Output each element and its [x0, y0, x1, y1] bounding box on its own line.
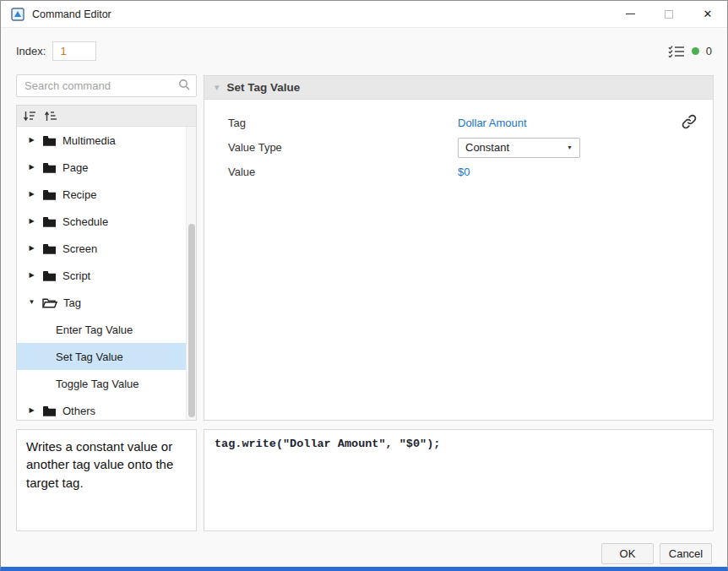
tree-item-label: Set Tag Value — [56, 351, 123, 363]
collapse-all-icon[interactable] — [45, 111, 57, 122]
value-type-field-label: Value Type — [228, 141, 458, 154]
tree-scrollbar-thumb[interactable] — [188, 224, 195, 417]
maximize-button[interactable] — [649, 1, 688, 27]
minimize-button[interactable] — [611, 1, 649, 27]
folder-icon — [42, 216, 57, 227]
detail-body: Tag Dollar Amount Value Type Constant — [204, 100, 713, 184]
caret-right-icon[interactable]: ▶ — [27, 245, 36, 252]
tag-value-link[interactable]: Dollar Amount — [458, 117, 671, 129]
window-title: Command Editor — [32, 8, 111, 20]
value-type-selected: Constant — [465, 141, 509, 154]
close-button[interactable]: ✕ — [688, 1, 727, 27]
index-row: Index: 0 — [16, 38, 712, 63]
value-type-field-row: Value Type Constant ▼ — [204, 135, 713, 160]
tag-field-label: Tag — [228, 117, 458, 129]
tree-toolbar — [17, 106, 196, 127]
command-list-icon[interactable] — [668, 45, 685, 57]
window-controls: ✕ — [611, 1, 727, 27]
script-preview: tag.write("Dollar Amount", "$0"); — [204, 429, 714, 531]
tree-item-label: Page — [62, 161, 88, 174]
tree-item-label: Schedule — [62, 215, 108, 228]
minimize-icon — [626, 14, 635, 14]
ok-button[interactable]: OK — [601, 543, 654, 564]
folder-icon — [42, 135, 57, 146]
search-input[interactable] — [17, 75, 178, 96]
index-label: Index: — [16, 45, 46, 57]
tree-item-set-tag-value[interactable]: Set Tag Value — [17, 343, 186, 370]
folder-icon — [42, 270, 57, 281]
tag-link-cell — [671, 113, 713, 133]
folder-icon — [42, 189, 57, 200]
command-tree: ▶ Multimedia ▶ Page ▶ Recipe — [17, 127, 186, 420]
value-type-dropdown[interactable]: Constant ▼ — [458, 138, 580, 158]
status-group: 0 — [668, 45, 712, 57]
tree-item-label: Screen — [62, 242, 97, 255]
caret-right-icon[interactable]: ▶ — [27, 164, 36, 171]
caret-right-icon[interactable]: ▶ — [27, 272, 36, 279]
dropdown-caret-icon: ▼ — [567, 144, 573, 150]
status-count: 0 — [706, 45, 712, 57]
expand-all-icon[interactable] — [24, 111, 36, 122]
command-tree-panel: ▶ Multimedia ▶ Page ▶ Recipe — [16, 105, 197, 421]
value-field-row: Value $0 — [204, 160, 713, 184]
link-icon[interactable] — [681, 113, 698, 133]
tree-item-label: Multimedia — [62, 134, 116, 147]
caret-right-icon[interactable]: ▶ — [27, 218, 36, 225]
maximize-icon — [665, 10, 673, 19]
tree-item-label: Recipe — [62, 188, 96, 201]
caret-right-icon[interactable]: ▶ — [27, 137, 36, 144]
folder-icon — [42, 162, 57, 173]
command-description: Writes a constant value or another tag v… — [16, 429, 197, 531]
status-green-dot-icon — [692, 47, 699, 55]
search-icon — [178, 79, 190, 93]
folder-icon — [42, 243, 57, 254]
tree-item-screen[interactable]: ▶ Screen — [17, 235, 186, 262]
tree-item-toggle-tag-value[interactable]: Toggle Tag Value — [17, 370, 186, 397]
tree-item-page[interactable]: ▶ Page — [17, 154, 186, 181]
cancel-button[interactable]: Cancel — [660, 543, 712, 564]
tree-item-label: Others — [62, 405, 95, 417]
tree-item-schedule[interactable]: ▶ Schedule — [17, 208, 186, 235]
command-detail-panel: ▾ Set Tag Value Tag Dollar Amount Value … — [204, 75, 714, 421]
tree-item-enter-tag-value[interactable]: Enter Tag Value — [17, 316, 186, 343]
tree-item-multimedia[interactable]: ▶ Multimedia — [17, 127, 186, 154]
folder-icon — [42, 405, 57, 416]
titlebar: Command Editor ✕ — [1, 1, 727, 28]
open-folder-icon — [42, 297, 57, 308]
detail-title: Set Tag Value — [227, 81, 301, 94]
app-icon — [11, 8, 24, 21]
value-field-label: Value — [228, 166, 458, 178]
caret-right-icon[interactable]: ▶ — [27, 407, 36, 414]
caret-right-icon[interactable]: ▶ — [27, 191, 36, 198]
chevron-down-icon[interactable]: ▾ — [215, 83, 220, 92]
tree-item-label: Toggle Tag Value — [56, 378, 139, 390]
tree-item-recipe[interactable]: ▶ Recipe — [17, 181, 186, 208]
close-icon: ✕ — [704, 8, 713, 19]
detail-header: ▾ Set Tag Value — [204, 76, 713, 100]
caret-down-icon[interactable]: ▼ — [27, 299, 36, 306]
tree-item-label: Tag — [63, 296, 81, 309]
tree-item-label: Enter Tag Value — [56, 324, 133, 336]
tree-item-tag[interactable]: ▼ Tag — [17, 289, 186, 316]
tree-item-script[interactable]: ▶ Script — [17, 262, 186, 289]
value-value-link[interactable]: $0 — [458, 166, 671, 178]
tree-item-others[interactable]: ▶ Others — [17, 397, 186, 420]
index-input[interactable] — [52, 41, 96, 61]
tag-field-row: Tag Dollar Amount — [204, 111, 713, 135]
search-box — [16, 74, 197, 97]
command-editor-window: Command Editor ✕ Index: 0 — [0, 0, 728, 571]
tree-scrollbar[interactable] — [186, 127, 196, 420]
tree-item-label: Script — [62, 269, 90, 282]
